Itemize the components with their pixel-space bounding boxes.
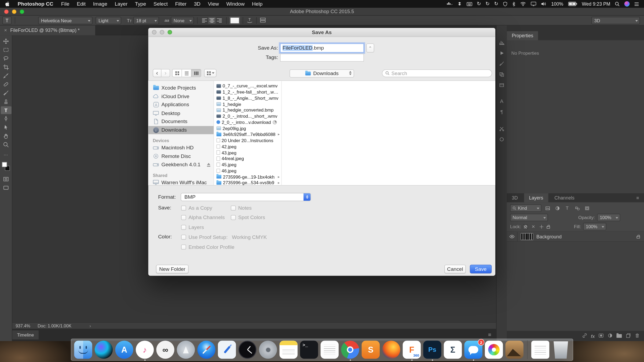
dock-itunes[interactable]: ♪ xyxy=(136,341,154,359)
checkbox-alpha-channels[interactable]: Alpha Channels xyxy=(181,215,225,220)
checkbox-box[interactable] xyxy=(181,206,186,210)
window-title-bar[interactable]: Adobe Photoshop CC 2015.5 xyxy=(0,8,644,16)
brush-panel-icon[interactable] xyxy=(499,58,504,69)
character-panel-icon[interactable]: A xyxy=(500,96,503,107)
dock-pictures[interactable] xyxy=(505,341,523,359)
preview-column[interactable] xyxy=(282,81,495,185)
search-input[interactable]: Search xyxy=(382,69,492,77)
filename-input[interactable]: FileForOLED.bmp xyxy=(280,43,364,53)
slices-panel-icon[interactable] xyxy=(499,123,504,134)
menu-edit[interactable]: Edit xyxy=(73,1,89,7)
dock-terminal[interactable]: >_ xyxy=(300,341,318,359)
status-popup-chevron[interactable]: › xyxy=(90,323,91,328)
minimize-window-button[interactable] xyxy=(12,9,16,14)
volume-icon[interactable] xyxy=(541,2,547,6)
cancel-button[interactable]: Cancel xyxy=(444,265,466,273)
checkbox-box[interactable] xyxy=(181,225,186,230)
hand-tool[interactable] xyxy=(1,132,11,140)
dock-sublime-text[interactable]: S xyxy=(362,341,380,359)
eject-icon[interactable] xyxy=(207,163,211,167)
active-app-name[interactable]: Photoshop CC xyxy=(14,1,57,7)
dock-octave[interactable]: Σ xyxy=(444,341,462,359)
column-view-button[interactable] xyxy=(191,69,201,77)
checkbox-notes[interactable]: Notes xyxy=(231,205,252,211)
clone-stamp-tool[interactable] xyxy=(1,98,11,105)
align-left-button[interactable] xyxy=(201,17,208,24)
layer-styles-icon[interactable]: fx xyxy=(591,334,595,338)
dock-documents-stack[interactable] xyxy=(531,341,549,359)
dock-siri[interactable] xyxy=(95,341,113,359)
notification-center-icon[interactable] xyxy=(634,2,639,6)
docker-icon[interactable] xyxy=(447,2,453,6)
actions-panel-icon[interactable] xyxy=(499,48,504,58)
file-row[interactable]: 1_hedgie xyxy=(214,101,281,107)
filter-shape-layers-icon[interactable] xyxy=(573,205,581,211)
menu-file[interactable]: File xyxy=(57,1,73,7)
add-mask-icon[interactable] xyxy=(598,332,604,340)
healing-brush-tool[interactable] xyxy=(1,80,11,88)
dock-notes[interactable] xyxy=(280,341,298,359)
dock-toonly[interactable]: ∞ xyxy=(156,341,174,359)
new-folder-button[interactable]: New Folder xyxy=(156,265,189,273)
save-button[interactable]: Save xyxy=(470,265,492,273)
list-view-button[interactable] xyxy=(182,69,191,77)
zoom-tool[interactable] xyxy=(1,141,11,149)
dock-photos[interactable] xyxy=(485,341,503,359)
filter-adjustment-layers-icon[interactable] xyxy=(554,205,561,211)
file-row[interactable]: 2_0_-_introd..._short_.wmv xyxy=(214,113,281,119)
checkbox-box[interactable] xyxy=(181,215,186,220)
file-row[interactable]: 1_8_-_Angle..._Short_.wmv xyxy=(214,95,281,101)
dock-app-store[interactable]: A xyxy=(115,341,133,359)
properties-panel-tab[interactable]: Properties xyxy=(507,31,538,40)
checkbox-box[interactable] xyxy=(231,215,236,220)
font-family-select[interactable]: Helvetica Neue xyxy=(38,17,92,24)
menu-image[interactable]: Image xyxy=(89,1,111,7)
wifi-icon[interactable] xyxy=(520,2,526,6)
battery-icon[interactable] xyxy=(568,2,577,6)
adjustment-layer-icon[interactable] xyxy=(608,332,613,340)
apple-menu-icon[interactable] xyxy=(5,1,10,7)
clone-source-panel-icon[interactable] xyxy=(499,69,504,80)
sync-icon-3[interactable]: ↻ xyxy=(494,1,498,7)
file-row[interactable]: 20 Under 20...Instructions xyxy=(214,137,281,143)
path-select-tool[interactable] xyxy=(1,124,11,131)
menu-bar-clock[interactable]: Wed 9:23 PM xyxy=(582,1,610,6)
forward-button[interactable]: › xyxy=(162,69,170,77)
close-window-button[interactable] xyxy=(4,9,9,14)
type-tool[interactable]: T xyxy=(1,106,11,114)
arrange-menu-button[interactable] xyxy=(204,69,217,77)
file-row[interactable]: 2ep09ig.jpg xyxy=(214,125,281,131)
dock-fusion-360[interactable]: F360 xyxy=(403,341,421,359)
edit-toolbar-icon[interactable]: … xyxy=(1,149,11,157)
checkbox-spot-colors[interactable]: Spot Colors xyxy=(231,215,265,220)
sidebar-item-icloud-drive[interactable]: iCloud Drive xyxy=(148,92,214,101)
menu-layer[interactable]: Layer xyxy=(111,1,131,7)
dialog-title-bar[interactable]: Save As xyxy=(148,28,495,37)
bluetooth-icon[interactable] xyxy=(512,1,515,6)
location-popup[interactable]: Downloads xyxy=(290,69,354,78)
new-group-icon[interactable] xyxy=(616,334,622,338)
smoothing-panel-icon[interactable] xyxy=(499,134,504,145)
checkbox-use-proof-setup[interactable]: Use Proof Setup: Working CMYK xyxy=(181,234,267,240)
move-tool[interactable] xyxy=(1,37,11,45)
channels-panel-tab[interactable]: Channels xyxy=(550,193,579,202)
file-row[interactable]: 0_7_-_curve_..._excel.wmv xyxy=(214,83,281,89)
sidebar-item-documents[interactable]: Documents xyxy=(148,117,214,126)
menu-select[interactable]: Select xyxy=(150,1,171,7)
font-size-select[interactable]: 18 pt xyxy=(133,17,159,24)
dock-clock[interactable] xyxy=(239,341,257,359)
checkbox-layers[interactable]: Layers xyxy=(181,224,204,230)
sidebar-item-desktop[interactable]: Desktop xyxy=(148,109,214,117)
lock-position-icon[interactable] xyxy=(539,223,544,230)
dock-safari[interactable] xyxy=(197,341,215,359)
sync-icon[interactable]: ↻ xyxy=(477,1,481,7)
file-row[interactable]: 44real.jpeg xyxy=(214,156,281,162)
keyboard-icon[interactable] xyxy=(467,2,472,6)
sidebar-item-macintosh-hd[interactable]: Macintosh HD xyxy=(148,144,214,152)
brush-tool[interactable] xyxy=(1,89,11,97)
file-row[interactable]: 45.jpeg xyxy=(214,162,281,168)
sidebar-item-geekbench[interactable]: Geekbench 4.0.1 xyxy=(148,160,214,169)
blend-mode-select[interactable]: Normal xyxy=(510,214,548,221)
layer-comps-panel-icon[interactable] xyxy=(499,80,504,90)
align-center-button[interactable] xyxy=(208,17,216,24)
